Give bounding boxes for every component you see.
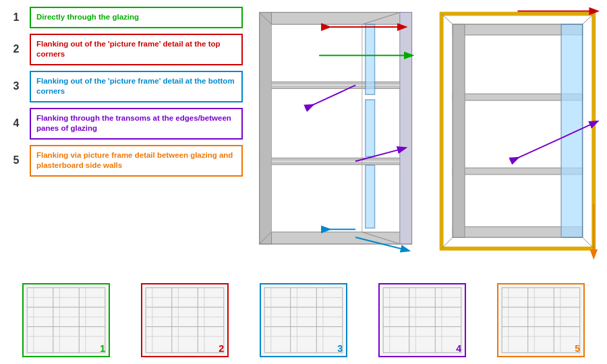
legend-text-2: Flanking out of the 'picture frame' deta… <box>30 34 243 65</box>
thumbnail-number-2: 2 <box>219 343 224 354</box>
thumbnail-sketch-3 <box>261 284 346 356</box>
thumbnail-4: 4 <box>378 283 466 357</box>
thumbnail-number-5: 5 <box>575 343 580 354</box>
thumbnail-sketch-1 <box>24 284 109 356</box>
legend-number-3: 3 <box>7 77 26 96</box>
svg-rect-6 <box>260 232 412 244</box>
thumbnail-sketch-2 <box>142 284 227 356</box>
legend-item-3: 3 Flanking out of the 'picture frame' de… <box>7 71 243 102</box>
svg-rect-10 <box>271 160 399 162</box>
svg-rect-3 <box>260 12 412 24</box>
thumbnail-2: 2 <box>141 283 229 357</box>
svg-rect-7 <box>260 12 272 243</box>
thumbnail-sketch-4 <box>380 284 465 356</box>
thumbnails-row: 1 2 <box>0 283 607 357</box>
svg-rect-8 <box>400 12 412 243</box>
thumbnail-number-3: 3 <box>337 343 343 354</box>
svg-rect-13 <box>366 165 375 228</box>
legend-text-3: Flanking out of the 'picture frame' deta… <box>30 71 243 102</box>
thumbnail-sketch-5 <box>498 284 583 356</box>
svg-rect-37 <box>561 24 582 237</box>
legend-item-4: 4 Flanking through the transoms at the e… <box>7 108 243 140</box>
legend-text-5: Flanking via picture frame detail betwee… <box>30 145 243 177</box>
svg-rect-11 <box>366 24 375 94</box>
svg-rect-9 <box>271 84 399 86</box>
legend-number-1: 1 <box>7 8 26 27</box>
legend-text-1: Directly through the glazing <box>30 7 243 28</box>
legend-text-4: Flanking through the transoms at the edg… <box>30 108 243 140</box>
legend-number-5: 5 <box>7 151 26 170</box>
legend-item-2: 2 Flanking out of the 'picture frame' de… <box>7 34 243 65</box>
thumbnail-number-1: 1 <box>100 343 105 354</box>
svg-rect-38 <box>453 24 465 237</box>
legend-item-5: 5 Flanking via picture frame detail betw… <box>7 145 243 177</box>
architectural-diagram <box>253 3 604 266</box>
legend-number-4: 4 <box>7 114 26 133</box>
svg-rect-12 <box>366 100 375 156</box>
thumbnail-3: 3 <box>260 283 347 357</box>
svg-rect-0 <box>260 12 412 243</box>
legend-item-1: 1 Directly through the glazing <box>7 7 243 28</box>
thumbnail-5: 5 <box>497 283 585 357</box>
svg-line-48 <box>517 138 561 158</box>
thumbnail-1: 1 <box>22 283 110 357</box>
legend-number-2: 2 <box>7 40 26 59</box>
thumbnail-number-4: 4 <box>456 343 461 354</box>
